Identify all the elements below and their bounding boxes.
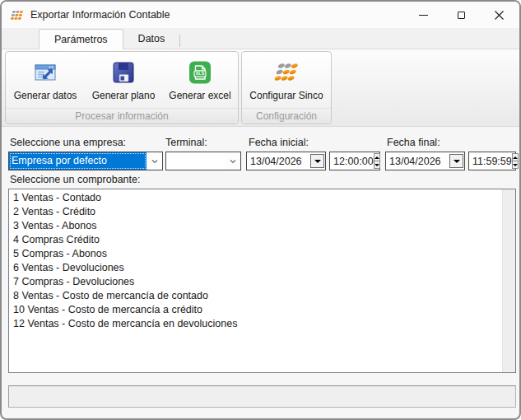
configurar-sinco-label: Configurar Sinco: [249, 90, 323, 101]
terminal-label: Terminal:: [165, 137, 207, 148]
ribbon-toolbar: Generar datos: [2, 49, 519, 127]
company-combobox[interactable]: Empresa por defecto: [8, 152, 163, 170]
list-item[interactable]: 7 Compras - Devoluciones: [9, 275, 501, 289]
company-selected-value: Empresa por defecto: [9, 152, 147, 170]
list-item[interactable]: 10 Ventas - Costo de mercancía a crédito: [9, 303, 501, 317]
vertical-scrollbar[interactable]: [502, 189, 515, 372]
time-spinner-buttons: [512, 153, 519, 169]
start-date-value: 13/04/2026: [247, 156, 310, 167]
start-time-value: 12:00:00: [330, 156, 374, 167]
app-window: Exportar Información Contable Parámetros…: [0, 0, 521, 420]
terminal-selected-value: [166, 152, 225, 170]
maximize-icon: [458, 12, 465, 19]
end-time-value: 11:59:59: [469, 156, 512, 167]
start-date-picker[interactable]: 13/04/2026: [246, 152, 326, 170]
list-item[interactable]: 1 Ventas - Contado: [9, 191, 501, 205]
spin-up-icon[interactable]: [374, 153, 380, 161]
app-icon: [10, 8, 24, 21]
generar-excel-button[interactable]: XLS Generar excel: [163, 54, 237, 108]
calendar-dropdown-icon[interactable]: [449, 154, 463, 168]
window-title: Exportar Información Contable: [30, 9, 170, 21]
save-flat-file-icon: [109, 58, 137, 86]
group-configuracion: Configurar Sinco Configuración: [241, 51, 332, 124]
chevron-down-icon[interactable]: [147, 152, 162, 170]
tab-separator: [179, 35, 180, 47]
generar-datos-button[interactable]: Generar datos: [7, 54, 84, 108]
xls-badge-label: XLS: [196, 71, 205, 76]
status-progress-box: [8, 385, 516, 408]
generar-plano-label: Generar plano: [92, 90, 156, 101]
generar-excel-label: Generar excel: [169, 90, 230, 101]
chevron-down-icon[interactable]: [225, 152, 240, 170]
voucher-list-label: Seleccione un comprobante:: [10, 174, 140, 185]
group-caption-procesar-informacion: Procesar información: [6, 108, 238, 124]
start-date-label: Fecha inicial:: [249, 137, 309, 148]
company-label: Seleccione una empresa:: [10, 137, 126, 148]
minimize-icon: [419, 15, 428, 16]
spin-down-icon[interactable]: [512, 161, 519, 169]
list-item[interactable]: 6 Ventas - Devoluciones: [9, 261, 501, 275]
tab-parametros[interactable]: Parámetros: [39, 29, 123, 49]
calendar-dropdown-icon[interactable]: [310, 154, 324, 168]
group-caption-configuracion: Configuración: [242, 108, 331, 124]
time-spinner-buttons: [374, 153, 380, 169]
list-item[interactable]: 3 Ventas - Abonos: [9, 219, 501, 233]
generate-data-icon: [31, 58, 59, 86]
generar-datos-label: Generar datos: [14, 90, 77, 101]
tab-datos-label: Datos: [138, 33, 165, 44]
end-time-spinner[interactable]: 11:59:59: [468, 152, 516, 170]
configurar-sinco-button[interactable]: Configurar Sinco: [243, 54, 330, 108]
voucher-listbox[interactable]: 1 Ventas - Contado 2 Ventas - Crédito 3 …: [8, 189, 516, 373]
close-icon: [495, 11, 504, 20]
list-item[interactable]: 12 Ventas - Costo de mercancía en devolu…: [9, 317, 501, 331]
terminal-combobox[interactable]: [165, 152, 241, 170]
end-date-label: Fecha final:: [387, 137, 440, 148]
group-procesar-informacion: Generar datos: [5, 51, 239, 124]
tab-strip: Parámetros Datos: [2, 28, 519, 49]
excel-file-icon: XLS: [186, 58, 214, 86]
end-date-picker[interactable]: 13/04/2026: [385, 152, 465, 170]
start-time-spinner[interactable]: 12:00:00: [329, 152, 380, 170]
end-date-value: 13/04/2026: [386, 156, 449, 167]
list-item[interactable]: 5 Compras - Abonos: [9, 247, 501, 261]
close-button[interactable]: [480, 2, 518, 28]
generar-plano-button[interactable]: Generar plano: [84, 54, 163, 108]
list-item[interactable]: 4 Compras Crédito: [9, 233, 501, 247]
spin-down-icon[interactable]: [374, 161, 380, 169]
list-item[interactable]: 8 Ventas - Costo de mercancía de contado: [9, 289, 501, 303]
spin-up-icon[interactable]: [512, 153, 519, 161]
minimize-button[interactable]: [404, 2, 442, 28]
tab-datos[interactable]: Datos: [123, 29, 180, 49]
sinco-logo-icon: [272, 58, 300, 86]
tab-parametros-label: Parámetros: [54, 34, 108, 45]
title-bar: Exportar Información Contable: [2, 2, 519, 28]
maximize-button[interactable]: [442, 2, 480, 28]
list-item[interactable]: 2 Ventas - Crédito: [9, 205, 501, 219]
